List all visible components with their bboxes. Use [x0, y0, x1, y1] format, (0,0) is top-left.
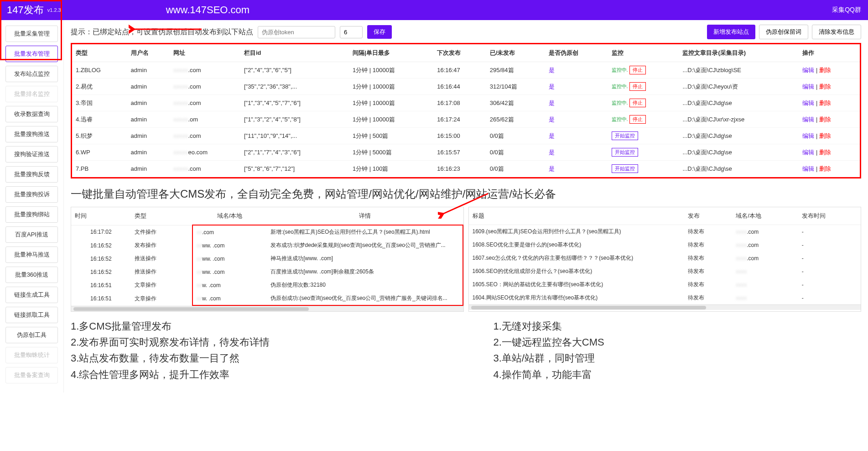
app-domain: www.147SEO.com — [166, 4, 832, 16]
edit-link[interactable]: 编辑 — [802, 165, 814, 172]
edit-link[interactable]: 编辑 — [802, 67, 814, 73]
cell-site: xxxxx.com — [170, 62, 240, 79]
cell-site: xxxxx.com — [170, 95, 240, 111]
delete-link[interactable]: 删除 — [819, 83, 831, 90]
cell-pseudo[interactable]: 是 — [545, 144, 608, 161]
delete-link[interactable]: 删除 — [819, 100, 831, 106]
cell-pub: 待发布 — [684, 291, 732, 304]
sidebar-item-10[interactable]: 百度API推送 — [5, 226, 58, 243]
stop-button[interactable]: 停止 — [629, 99, 646, 107]
cell-user: admin — [127, 128, 170, 144]
token-input[interactable] — [258, 26, 335, 38]
start-monitor-button[interactable]: 开始监控 — [612, 164, 638, 173]
clear-info-button[interactable]: 清除发布信息 — [812, 25, 861, 39]
col-header: 时间 — [71, 207, 131, 225]
stop-button[interactable]: 停止 — [629, 115, 646, 124]
cell-pseudo[interactable]: 是 — [545, 161, 608, 177]
delete-link[interactable]: 删除 — [819, 116, 831, 123]
cell-time: - — [798, 278, 861, 291]
delete-link[interactable]: 删除 — [819, 67, 831, 73]
cell-pseudo[interactable]: 是 — [545, 95, 608, 111]
cell-next: 16:16:23 — [433, 161, 486, 177]
sidebar-item-12[interactable]: 批量360推送 — [5, 267, 58, 283]
log-row: 16:16:52推送操作xxww. .com百度推送成功[www. .com]剩… — [71, 265, 463, 278]
monitor-status: 监控中. — [612, 67, 628, 73]
edit-link[interactable]: 编辑 — [802, 116, 814, 123]
cell-pub: 295/84篇 — [486, 62, 545, 79]
sidebar-item-8[interactable]: 批量搜狗投诉 — [5, 186, 58, 203]
cell-pseudo[interactable]: 是 — [545, 128, 608, 144]
sidebar-item-3: 批量排名监控 — [5, 86, 58, 102]
features: 1.多CMS批量管理发布2.发布界面可实时观察发布详情，待发布详情3.站点发布数… — [71, 318, 861, 383]
cell-interval: 1分钟 | 5000篇 — [349, 144, 433, 161]
cell-cols: ["2","1","7","4","3","6"] — [240, 144, 349, 161]
sidebar-item-0[interactable]: 批量采集管理 — [5, 26, 58, 42]
cell-domain: xxww. .com — [192, 265, 267, 278]
cell-site: xxxxx.com — [170, 128, 240, 144]
sidebar-item-9[interactable]: 批量搜狗绑站 — [5, 206, 58, 223]
sidebar-item-16: 批量蜘蛛统计 — [5, 347, 58, 363]
sites-table: 类型用户名网址栏目id间隔|单日最多下次发布已/未发布是否伪原创监控监控文章目录… — [72, 44, 860, 177]
edit-link[interactable]: 编辑 — [802, 100, 814, 106]
cell-detail: 伪原创使用次数:32180 — [267, 278, 463, 292]
table-row: 2.易优adminxxxxx.com["35","2","36","38",..… — [72, 79, 860, 95]
cell-type: 4.迅睿 — [72, 111, 127, 128]
cell-monitor: 监控中. 停止 — [608, 62, 679, 79]
save-button[interactable]: 保存 — [367, 25, 392, 39]
cell-type: 6.WP — [72, 144, 127, 161]
edit-link[interactable]: 编辑 — [802, 132, 814, 139]
cell-title: 1604.网站SEO优化的常用方法有哪些(seo基本优化) — [469, 291, 685, 304]
col-header: 栏目id — [240, 44, 349, 62]
scroll-bar[interactable] — [71, 306, 463, 311]
sidebar-item-1[interactable]: 批量发布管理 — [5, 46, 58, 62]
log-row: 16:16:51文章操作xxw. .com伪原创使用次数:32180 — [71, 278, 463, 292]
token-value-input[interactable] — [340, 26, 363, 38]
sidebar-item-4[interactable]: 收录数据查询 — [5, 106, 58, 122]
cell-time: 16:17:02 — [71, 225, 131, 239]
stop-button[interactable]: 停止 — [629, 66, 646, 74]
col-header: 发布时间 — [798, 207, 861, 225]
cell-pseudo[interactable]: 是 — [545, 79, 608, 95]
col-header: 网址 — [170, 44, 240, 62]
cell-cols: ["5","8","6","7","12"] — [240, 161, 349, 177]
cell-time: 16:16:52 — [71, 265, 131, 278]
cell-pseudo[interactable]: 是 — [545, 111, 608, 128]
cell-cols: ["11","10","9","14",... — [240, 128, 349, 144]
cell-type: 推送操作 — [131, 265, 192, 278]
sidebar-item-6[interactable]: 搜狗验证推送 — [5, 146, 58, 163]
keep-words-button[interactable]: 伪原创保留词 — [759, 25, 808, 39]
sidebar-item-2[interactable]: 发布站点监控 — [5, 66, 58, 82]
scroll-bar[interactable] — [469, 304, 861, 310]
cell-site: xxxxx.com — [170, 79, 240, 95]
cell-detail: 百度推送成功[www. .com]剩余额度:2605条 — [267, 265, 463, 278]
sidebar-item-7[interactable]: 批量搜狗反馈 — [5, 166, 58, 183]
cell-cols: ["1","3","2","4","5","8"] — [240, 111, 349, 128]
delete-link[interactable]: 删除 — [819, 165, 831, 172]
log-row: 1607.seo怎么优化？优化的内容主要包括哪些？？？(seo基本优化)待发布x… — [469, 252, 861, 265]
delete-link[interactable]: 删除 — [819, 132, 831, 139]
cell-pseudo[interactable]: 是 — [545, 62, 608, 79]
start-monitor-button[interactable]: 开始监控 — [612, 131, 638, 140]
cell-domain: xxxx — [732, 278, 798, 291]
new-site-button[interactable]: 新增发布站点 — [707, 25, 755, 39]
edit-link[interactable]: 编辑 — [802, 149, 814, 156]
qq-group-link[interactable]: 采集QQ群 — [832, 6, 861, 14]
cell-monitor: 监控中. 停止 — [608, 111, 679, 128]
sidebar-item-13[interactable]: 链接生成工具 — [5, 287, 58, 303]
sidebar-item-5[interactable]: 批量搜狗推送 — [5, 126, 58, 142]
cell-type: 发布操作 — [131, 239, 192, 252]
start-monitor-button[interactable]: 开始监控 — [612, 148, 638, 157]
stop-button[interactable]: 停止 — [629, 82, 646, 91]
cell-type: 文件操作 — [131, 225, 192, 239]
sidebar-item-11[interactable]: 批量神马推送 — [5, 246, 58, 263]
cell-pub: 265/62篇 — [486, 111, 545, 128]
edit-link[interactable]: 编辑 — [802, 83, 814, 90]
cell-dir: ...D:\桌面\CJ\eyou\资 — [679, 79, 799, 95]
delete-link[interactable]: 删除 — [819, 149, 831, 156]
cell-pub: 306/42篇 — [486, 95, 545, 111]
sidebar-item-15[interactable]: 伪原创工具 — [5, 327, 58, 343]
feature-item: 3.站点发布数量，待发布数量一目了然 — [71, 350, 439, 366]
cell-pub: 待发布 — [684, 238, 732, 252]
cell-detail: 新增:(seo黑帽工具)SEO会运用到些什么工具？(seo黑帽工具).html — [267, 225, 463, 239]
sidebar-item-14[interactable]: 链接抓取工具 — [5, 307, 58, 323]
